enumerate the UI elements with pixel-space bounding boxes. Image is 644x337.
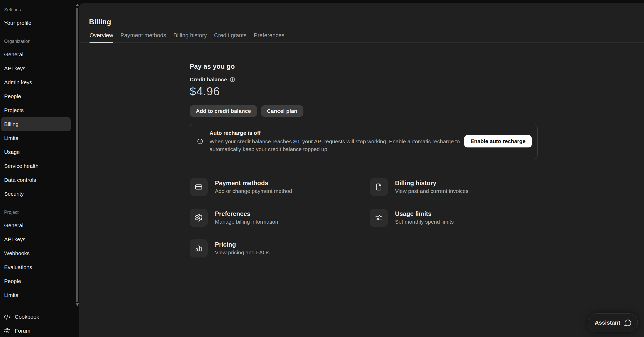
sidebar-item-api-keys[interactable]: API keys bbox=[1, 232, 71, 246]
sidebar-nav: SettingsYour profileOrganizationGeneralA… bbox=[0, 7, 79, 302]
auto-recharge-body: When your credit balance reaches $0, you… bbox=[210, 138, 464, 153]
enable-auto-recharge-button[interactable]: Enable auto recharge bbox=[464, 135, 532, 147]
cancel-plan-button[interactable]: Cancel plan bbox=[261, 105, 304, 117]
bar-chart-icon bbox=[195, 244, 203, 253]
card-icon-tile bbox=[190, 178, 208, 196]
gear-icon bbox=[195, 214, 203, 222]
credit-balance-row: Credit balance bbox=[190, 76, 644, 83]
card-title: Preferences bbox=[215, 210, 278, 218]
sidebar-item-data-controls[interactable]: Data controls bbox=[1, 173, 71, 187]
chat-bubble-icon bbox=[624, 319, 632, 327]
sidebar-item-webhooks[interactable]: Webhooks bbox=[1, 246, 71, 260]
card-subtitle: Add or change payment method bbox=[215, 187, 292, 195]
tab-preferences[interactable]: Preferences bbox=[254, 32, 285, 42]
credit-balance-label: Credit balance bbox=[190, 76, 227, 83]
card-text: PricingView pricing and FAQs bbox=[215, 240, 270, 256]
info-icon[interactable] bbox=[230, 77, 235, 82]
footer-link-cookbook[interactable]: Cookbook bbox=[0, 310, 79, 324]
sidebar-section-header-project: Project bbox=[4, 209, 75, 215]
card-text: Billing historyView past and current inv… bbox=[395, 179, 468, 195]
sidebar-item-billing[interactable]: Billing bbox=[1, 117, 71, 131]
card-icon-tile bbox=[370, 209, 388, 227]
sidebar-section-header-settings: Settings bbox=[4, 7, 75, 13]
sidebar-item-people[interactable]: People bbox=[1, 89, 71, 103]
main-panel: Billing OverviewPayment methodsBilling h… bbox=[79, 3, 644, 337]
card-subtitle: Manage billing information bbox=[215, 218, 278, 226]
footer-link-label: Cookbook bbox=[15, 314, 39, 320]
card-billing-history[interactable]: Billing historyView past and current inv… bbox=[370, 178, 550, 196]
sidebar-scrollbar-thumb[interactable] bbox=[76, 8, 78, 302]
sidebar-item-limits[interactable]: Limits bbox=[1, 131, 71, 145]
section-title: Pay as you go bbox=[190, 62, 644, 70]
code-icon bbox=[4, 313, 11, 320]
billing-overview-content: Pay as you go Credit balance $4.96 Add t… bbox=[79, 62, 644, 257]
tab-billing-history[interactable]: Billing history bbox=[173, 32, 207, 42]
billing-shortcut-cards: Payment methodsAdd or change payment met… bbox=[190, 178, 644, 257]
add-to-credit-balance-button[interactable]: Add to credit balance bbox=[190, 105, 257, 117]
sidebar-item-admin-keys[interactable]: Admin keys bbox=[1, 75, 71, 89]
scroll-down-arrow-icon[interactable] bbox=[76, 303, 79, 306]
sidebar-item-limits[interactable]: Limits bbox=[1, 288, 71, 302]
tab-credit-grants[interactable]: Credit grants bbox=[214, 32, 247, 42]
footer-link-forum[interactable]: Forum bbox=[0, 324, 79, 337]
credit-actions: Add to credit balance Cancel plan bbox=[190, 105, 644, 117]
credit-card-icon bbox=[195, 183, 203, 191]
card-preferences[interactable]: PreferencesManage billing information bbox=[190, 209, 370, 227]
card-title: Payment methods bbox=[215, 179, 292, 187]
sidebar-item-security[interactable]: Security bbox=[1, 187, 71, 201]
card-icon-tile bbox=[370, 178, 388, 196]
auto-recharge-text: Auto recharge is off When your credit ba… bbox=[210, 130, 464, 153]
assistant-button[interactable]: Assistant bbox=[588, 313, 638, 332]
card-subtitle: View pricing and FAQs bbox=[215, 249, 270, 256]
page-title: Billing bbox=[79, 8, 644, 26]
footer-link-label: Forum bbox=[15, 328, 30, 334]
sidebar-item-api-keys[interactable]: API keys bbox=[1, 61, 71, 75]
sidebar-footer: CookbookForum bbox=[0, 310, 79, 337]
auto-recharge-title: Auto recharge is off bbox=[210, 130, 464, 136]
sidebar-item-people[interactable]: People bbox=[1, 274, 71, 288]
tab-overview[interactable]: Overview bbox=[90, 32, 113, 42]
sidebar-item-usage[interactable]: Usage bbox=[1, 145, 71, 159]
sidebar-item-general[interactable]: General bbox=[1, 48, 71, 61]
card-title: Billing history bbox=[395, 179, 468, 187]
file-icon bbox=[375, 183, 383, 191]
auto-recharge-banner: Auto recharge is off When your credit ba… bbox=[190, 124, 538, 159]
card-text: Usage limitsSet monthly spend limits bbox=[395, 210, 454, 226]
users-icon bbox=[4, 327, 11, 334]
tab-payment-methods[interactable]: Payment methods bbox=[120, 32, 166, 42]
sidebar-section-header-organization: Organization bbox=[4, 38, 75, 44]
card-icon-tile bbox=[190, 239, 208, 257]
card-subtitle: View past and current invoices bbox=[395, 187, 468, 195]
card-subtitle: Set monthly spend limits bbox=[395, 218, 454, 226]
scroll-up-arrow-icon[interactable] bbox=[76, 4, 79, 6]
tab-bar: OverviewPayment methodsBilling historyCr… bbox=[79, 32, 644, 43]
assistant-label: Assistant bbox=[595, 319, 620, 326]
sidebar-item-projects[interactable]: Projects bbox=[1, 103, 71, 117]
card-text: Payment methodsAdd or change payment met… bbox=[215, 179, 292, 195]
sidebar-item-evaluations[interactable]: Evaluations bbox=[1, 260, 71, 274]
sidebar-item-service-health[interactable]: Service health bbox=[1, 159, 71, 173]
card-usage-limits[interactable]: Usage limitsSet monthly spend limits bbox=[370, 209, 550, 227]
sliders-icon bbox=[375, 214, 383, 222]
card-title: Pricing bbox=[215, 240, 270, 249]
sidebar: SettingsYour profileOrganizationGeneralA… bbox=[0, 0, 79, 337]
sidebar-item-your-profile[interactable]: Your profile bbox=[1, 16, 71, 30]
card-title: Usage limits bbox=[395, 210, 454, 218]
info-icon bbox=[197, 138, 203, 145]
card-payment-methods[interactable]: Payment methodsAdd or change payment met… bbox=[190, 178, 370, 196]
credit-balance-value: $4.96 bbox=[190, 85, 644, 98]
sidebar-item-general[interactable]: General bbox=[1, 218, 71, 232]
card-pricing[interactable]: PricingView pricing and FAQs bbox=[190, 239, 370, 257]
card-icon-tile bbox=[190, 209, 208, 227]
card-text: PreferencesManage billing information bbox=[215, 210, 278, 226]
sidebar-footer-divider bbox=[0, 308, 79, 308]
